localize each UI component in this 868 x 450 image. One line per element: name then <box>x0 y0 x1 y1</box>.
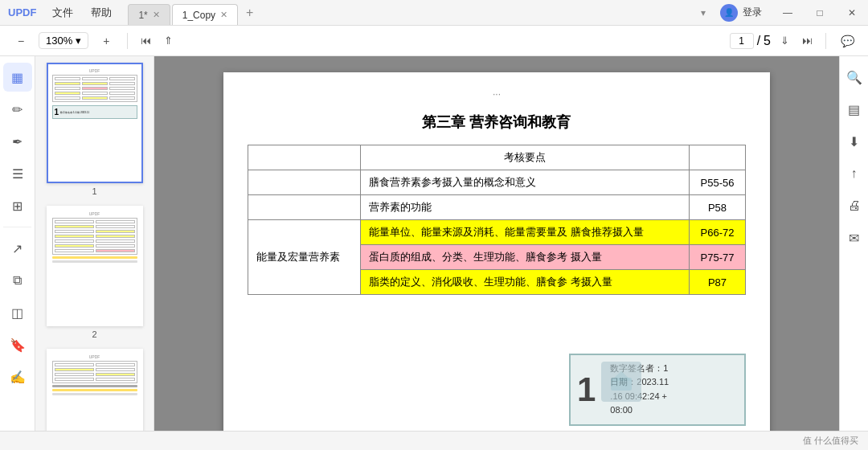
sign-icon[interactable]: ✍ <box>3 362 32 391</box>
pdf-viewer[interactable]: ··· 第三章 营养咨询和教育 考核要点 膳食营养素参考摄入量的概念和意义 P5… <box>154 56 839 431</box>
toolbar-separator-2 <box>825 33 826 49</box>
table-header-row: 考核要点 <box>248 145 746 170</box>
mail-icon[interactable]: ✉ <box>840 223 869 252</box>
table-row: 能量及宏量营养素 能量单位、能量来源及消耗、能量需要量及 膳食推荐摄入量 P66… <box>248 220 746 245</box>
chapter-title: 第三章 营养咨询和教育 <box>248 103 746 145</box>
thumbnail-page-1[interactable]: UPDF 1 数字签名者:1 日期:2023.11 1 <box>42 63 147 196</box>
tab-2[interactable]: 1_Copy ✕ <box>172 4 238 25</box>
page-last-button[interactable]: ⏭ <box>799 33 816 48</box>
share-icon[interactable]: ↑ <box>840 159 869 188</box>
layers-icon[interactable]: ◫ <box>3 298 32 327</box>
tab-bar: 1* ✕ 1_Copy ✕ + <box>128 0 696 25</box>
cell-category-group: 能量及宏量营养素 <box>248 220 361 295</box>
left-sidebar: ▦ ✏ ✒ ☰ ⊞ ↗ ⧉ ◫ 🔖 ✍ <box>0 56 35 431</box>
page-total: 5 <box>764 34 771 48</box>
download-icon[interactable]: ⬇ <box>840 127 869 156</box>
window-controls: — □ ✕ <box>772 0 868 26</box>
bookmark-icon[interactable]: 🔖 <box>3 330 32 359</box>
tab-2-label: 1_Copy <box>182 10 215 21</box>
close-button[interactable]: ✕ <box>836 0 868 26</box>
cell-content-3: 能量单位、能量来源及消耗、能量需要量及 膳食推荐摄入量 <box>361 220 690 245</box>
main-content: ▦ ✏ ✒ ☰ ⊞ ↗ ⧉ ◫ 🔖 ✍ UPDF 1 数字签名者:1 日期:20 <box>0 56 868 431</box>
sig-watermark-icon <box>601 362 641 402</box>
toolbar-separator-1 <box>127 33 128 49</box>
thumb-label-2: 2 <box>92 329 96 339</box>
thumbnail-page-3[interactable]: UPDF 3 <box>42 349 147 431</box>
sig-number: 1 <box>577 373 596 407</box>
maximize-button[interactable]: □ <box>804 0 836 26</box>
page-next-button[interactable]: ⇓ <box>777 33 792 48</box>
titlebar: UPDF 文件 帮助 1* ✕ 1_Copy ✕ + ▾ 👤 登录 — □ ✕ <box>0 0 868 26</box>
svg-marker-1 <box>611 371 632 381</box>
tab-dropdown[interactable]: ▾ <box>696 7 710 18</box>
col-ref <box>690 145 746 170</box>
zoom-in-button[interactable]: + <box>95 30 117 52</box>
digital-signature-box: 1 数字签名者：1日期：2023.11.16 09:42:24 +08:00 <box>569 354 746 426</box>
copy-icon[interactable]: ⧉ <box>3 266 32 295</box>
print-icon[interactable]: 🖨 <box>840 191 869 220</box>
menu-bar: 文件 帮助 <box>44 2 120 23</box>
cell-category-2 <box>248 195 361 220</box>
menu-file[interactable]: 文件 <box>44 2 81 23</box>
bottom-bar: 值 什么值得买 <box>0 431 868 450</box>
toolbar: − 130% ▾ + ⏮ ⇑ / 5 ⇓ ⏭ 💬 <box>0 26 868 56</box>
page-number-input[interactable] <box>730 33 754 49</box>
cell-content-5: 脂类的定义、消化吸收、生理功能、膳食参 考摄入量 <box>361 270 690 295</box>
form-icon[interactable]: ☰ <box>3 159 32 188</box>
tab-add-button[interactable]: + <box>240 6 260 20</box>
edit-icon[interactable]: ✏ <box>3 95 32 124</box>
thumbnail-page-2[interactable]: UPDF 2 <box>42 206 147 339</box>
cell-ref-4: P75-77 <box>690 245 746 270</box>
cell-content-1: 膳食营养素参考摄入量的概念和意义 <box>361 170 690 195</box>
table-row: 营养素的功能 P58 <box>248 195 746 220</box>
cell-ref-3: P66-72 <box>690 220 746 245</box>
cell-category-1 <box>248 170 361 195</box>
menu-help[interactable]: 帮助 <box>83 2 120 23</box>
cell-content-4: 蛋白质的组成、分类、生理功能、膳食参考 摄入量 <box>361 245 690 270</box>
bottom-label: 值 什么值得买 <box>803 435 858 447</box>
thumbnails-icon[interactable]: ▦ <box>3 63 32 92</box>
tab-1-close[interactable]: ✕ <box>153 10 160 20</box>
organize-icon[interactable]: ⊞ <box>3 191 32 220</box>
panel-right-icon[interactable]: ▤ <box>840 95 869 124</box>
thumb-frame-3: UPDF <box>47 349 143 431</box>
user-avatar: 👤 <box>720 4 738 22</box>
zoom-value-display[interactable]: 130% ▾ <box>39 32 88 49</box>
zoom-out-button[interactable]: − <box>10 30 32 52</box>
page-prev-prev-button[interactable]: ⇑ <box>161 33 176 48</box>
tab-2-close[interactable]: ✕ <box>220 10 227 20</box>
zoom-dropdown-icon: ▾ <box>76 35 81 47</box>
page-first-button[interactable]: ⏮ <box>137 33 154 48</box>
tab-1[interactable]: 1* ✕ <box>128 4 170 25</box>
cell-ref-1: P55-56 <box>690 170 746 195</box>
app-logo: UPDF <box>0 6 44 18</box>
right-sidebar: 🔍 ▤ ⬇ ↑ 🖨 ✉ <box>839 56 868 431</box>
minimize-button[interactable]: — <box>772 0 804 26</box>
col-points: 考核要点 <box>361 145 690 170</box>
thumb-frame-1: UPDF 1 数字签名者:1 日期:2023.11 <box>47 63 143 183</box>
cell-content-2: 营养素的功能 <box>361 195 690 220</box>
table-row: 膳食营养素参考摄入量的概念和意义 P55-56 <box>248 170 746 195</box>
cell-ref-5: P87 <box>690 270 746 295</box>
thumbnail-panel: UPDF 1 数字签名者:1 日期:2023.11 1 UPDF <box>35 56 154 431</box>
thumb-frame-2: UPDF <box>47 206 143 326</box>
search-right-icon[interactable]: 🔍 <box>840 63 869 92</box>
zoom-percent: 130% <box>46 35 72 47</box>
thumb-label-1: 1 <box>92 186 96 196</box>
pdf-page: ··· 第三章 营养咨询和教育 考核要点 膳食营养素参考摄入量的概念和意义 P5… <box>223 72 770 431</box>
login-label: 登录 <box>743 6 762 19</box>
comment-button[interactable]: 💬 <box>836 30 858 52</box>
cell-ref-2: P58 <box>690 195 746 220</box>
page-top-overflow: ··· <box>248 88 746 100</box>
col-category <box>248 145 361 170</box>
content-table: 考核要点 膳食营养素参考摄入量的概念和意义 P55-56 营养素的功能 P58 … <box>248 145 746 295</box>
page-navigation: / 5 <box>730 33 771 49</box>
annotate-icon[interactable]: ✒ <box>3 127 32 156</box>
login-button[interactable]: 👤 登录 <box>710 4 772 22</box>
export-icon[interactable]: ↗ <box>3 234 32 263</box>
tab-1-label: 1* <box>138 10 147 21</box>
page-separator: / <box>757 34 760 48</box>
